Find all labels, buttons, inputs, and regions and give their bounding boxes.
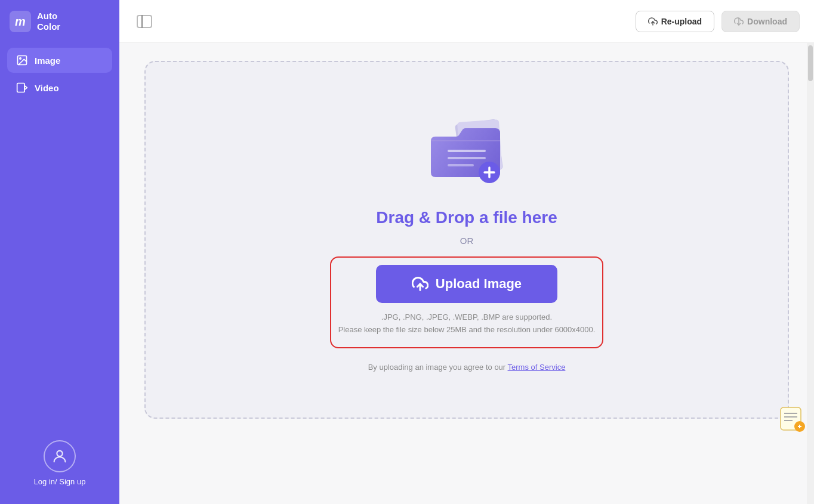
download-button[interactable]: Download [722,11,800,32]
upload-dropzone[interactable]: Drag & Drop a file here OR Upload Image … [144,61,789,419]
upload-button-label: Upload Image [436,276,522,292]
video-icon [16,81,29,94]
user-avatar[interactable] [44,440,76,472]
sidebar: m AutoColor Image Video [0,0,119,504]
header-left [134,13,155,30]
svg-rect-2 [17,84,25,92]
scrollbar-thumb[interactable] [808,45,813,81]
drag-drop-title: Drag & Drop a file here [376,208,557,227]
svg-marker-3 [24,86,27,90]
terms-of-service-text: By uploading an image you agree to our T… [368,363,566,372]
main-area: Re-upload Download [119,0,814,504]
app-logo-icon: m [10,11,31,32]
app-name: AutoColor [37,11,60,32]
image-icon [16,54,29,67]
reupload-label: Re-upload [661,17,702,26]
login-signup-label[interactable]: Log in/ Sign up [34,477,86,486]
svg-rect-5 [137,16,152,27]
folder-illustration [419,114,514,191]
header-right: Re-upload Download [636,11,800,32]
upload-button-area: Upload Image .JPG, .PNG, .JPEG, .WEBP, .… [330,256,604,348]
download-label: Download [747,17,787,26]
panel-toggle-button[interactable] [134,13,155,30]
sidebar-item-video-label: Video [35,83,59,93]
sidebar-item-video[interactable]: Video [7,75,112,100]
sidebar-item-image-label: Image [35,55,60,66]
logo-area: m AutoColor [0,0,119,43]
or-label: OR [460,236,474,246]
svg-point-4 [57,451,62,456]
reupload-button[interactable]: Re-upload [636,11,714,32]
notepad-widget[interactable] [778,405,806,432]
supported-formats-text: .JPG, .PNG, .JPEG, .WEBP, .BMP are suppo… [338,311,596,336]
header: Re-upload Download [119,0,814,43]
sidebar-item-image[interactable]: Image [7,48,112,73]
svg-point-1 [20,58,21,60]
nav-items: Image Video [0,43,119,105]
upload-image-button[interactable]: Upload Image [376,265,557,303]
user-area: Log in/ Sign up [34,440,86,486]
scrollbar-track [807,43,814,504]
terms-of-service-link[interactable]: Terms of Service [508,363,566,372]
content-area: Drag & Drop a file here OR Upload Image … [119,43,814,504]
